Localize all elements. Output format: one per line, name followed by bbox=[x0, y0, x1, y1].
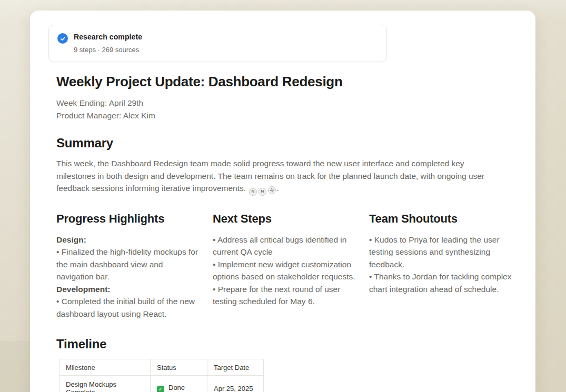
status-text: Done bbox=[168, 384, 185, 391]
status-cell: ✓Done bbox=[151, 376, 207, 392]
next-steps-heading: Next Steps bbox=[213, 212, 355, 226]
progress-highlights-column: Progress Highlights Design: • Finalized … bbox=[56, 212, 199, 320]
notion-source-icon[interactable]: N bbox=[249, 188, 257, 196]
timeline-table: Milestone Status Target Date Design Mock… bbox=[59, 359, 264, 392]
page-title: Weekly Project Update: Dashboard Redesig… bbox=[56, 74, 512, 90]
table-header-row: Milestone Status Target Date bbox=[59, 359, 264, 376]
research-meta: 9 steps · 269 sources bbox=[74, 46, 142, 54]
design-bullet: • Finalized the high-fidelity mockups fo… bbox=[56, 246, 199, 283]
timeline-heading: Timeline bbox=[56, 337, 512, 351]
team-shoutouts-bullet: • Kudos to Priya for leading the user te… bbox=[369, 234, 512, 271]
slack-source-icon[interactable] bbox=[268, 186, 276, 194]
team-shoutouts-bullet: • Thanks to Jordan for tackling complex … bbox=[369, 270, 512, 295]
progress-highlights-heading: Progress Highlights bbox=[56, 212, 199, 226]
document-card: Research complete 9 steps · 269 sources … bbox=[30, 11, 535, 392]
next-steps-bullet: • Implement new widget customization opt… bbox=[213, 258, 355, 283]
target-date-cell: Apr 25, 2025 bbox=[207, 376, 264, 392]
background-shade bbox=[0, 341, 30, 392]
summary-paragraph: This week, the Dashboard Redesign team m… bbox=[56, 157, 494, 196]
product-manager-line: Product Manager: Alex Kim bbox=[56, 109, 512, 122]
milestone-cell: Design Mockups Complete bbox=[59, 376, 151, 392]
notion-source-icon[interactable]: N bbox=[259, 188, 266, 196]
team-shoutouts-column: Team Shoutouts • Kudos to Priya for lead… bbox=[369, 212, 512, 320]
next-steps-column: Next Steps • Address all critical bugs i… bbox=[213, 212, 355, 320]
summary-trailing-period: . bbox=[276, 184, 279, 193]
week-ending-line: Week Ending: April 29th bbox=[56, 97, 512, 109]
next-steps-bullet: • Address all critical bugs identified i… bbox=[213, 234, 355, 258]
done-check-icon: ✓ bbox=[157, 386, 164, 392]
team-shoutouts-heading: Team Shoutouts bbox=[369, 212, 512, 226]
status-column-header: Status bbox=[151, 359, 207, 376]
design-label: Design: bbox=[56, 234, 199, 246]
milestone-column-header: Milestone bbox=[59, 359, 151, 376]
table-row: Design Mockups Complete ✓Done Apr 25, 20… bbox=[59, 376, 264, 392]
development-label: Development: bbox=[56, 283, 199, 296]
development-bullet: • Completed the initial build of the new… bbox=[56, 295, 199, 320]
summary-heading: Summary bbox=[56, 136, 512, 150]
check-circle-icon bbox=[57, 33, 68, 44]
three-column-section: Progress Highlights Design: • Finalized … bbox=[56, 212, 512, 320]
research-status-label: Research complete bbox=[74, 33, 142, 41]
research-complete-card[interactable]: Research complete 9 steps · 269 sources bbox=[48, 25, 387, 62]
next-steps-bullet: • Prepare for the next round of user tes… bbox=[213, 283, 355, 308]
target-date-column-header: Target Date bbox=[207, 359, 264, 376]
